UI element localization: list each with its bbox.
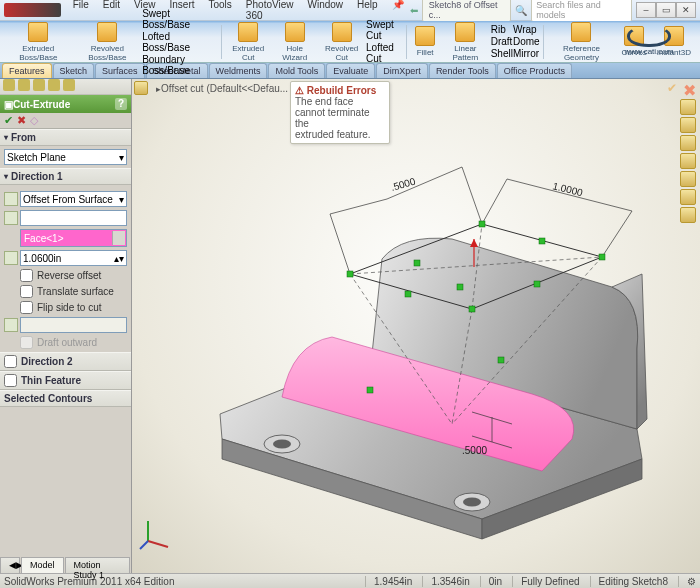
svg-rect-12 [405,291,411,297]
tab-sketch[interactable]: Sketch [53,63,95,78]
svg-rect-14 [498,357,504,363]
bottom-tab-model[interactable]: Model [21,557,64,573]
status-coord1: 1.9454in [365,576,412,587]
breadcrumb[interactable]: Sketch8 of Offset c... [422,0,512,22]
view-triad[interactable] [138,515,174,551]
ribbon: Extruded Boss/Base Revolved Boss/Base Sw… [0,21,700,63]
ribbon-mirror[interactable]: Mirror [513,48,540,59]
confirm-cancel-icon[interactable]: ✖ [683,81,696,100]
end-condition-select[interactable]: Offset From Surface▾ [20,191,127,207]
svg-point-1 [273,440,291,449]
ribbon-swept-cut[interactable]: Swept Cut [366,19,403,41]
pm-direction1-header[interactable]: ▾Direction 1 [0,168,131,185]
reverse-offset-check[interactable]: Reverse offset [20,269,127,282]
chevron-down-icon: ▾ [119,194,124,205]
draft-angle-input [20,317,127,333]
status-coord2: 1.3546in [422,576,469,587]
ribbon-shell[interactable]: Shell [491,48,513,59]
offset-face-field[interactable]: Face<1> [20,229,127,247]
status-defined: Fully Defined [512,576,579,587]
ribbon-hole-wizard[interactable]: Hole Wizard [272,22,317,62]
command-tabs: Features Sketch Surfaces Sheet Metal Wel… [0,63,700,79]
flyout-tree-node[interactable]: ▸ Offset cut (Default<<Defau... [156,83,288,94]
draft-outward-check: Draft outward [20,336,127,349]
bottom-tab-motion[interactable]: Motion Study 1 [65,557,130,573]
tab-render-tools[interactable]: Render Tools [429,63,496,78]
svg-rect-10 [539,238,545,244]
svg-rect-4 [347,271,353,277]
detail-preview-icon[interactable]: ◇ [30,114,38,127]
menubar: File Edit View Insert Tools PhotoView 36… [67,0,410,23]
ribbon-lofted-cut[interactable]: Lofted Cut [366,42,403,64]
ribbon-linear-pattern[interactable]: Linear Pattern [440,22,491,62]
dim-2: 1.0000 [552,180,585,198]
flyout-tree-toolbar[interactable] [134,81,148,95]
tab-mold-tools[interactable]: Mold Tools [268,63,325,78]
heads-up-toolbar[interactable] [680,99,696,223]
svg-rect-5 [479,221,485,227]
direction-vector-icon[interactable] [4,211,18,225]
help-icon[interactable]: ? [115,98,127,110]
tab-office-products[interactable]: Office Products [497,63,572,78]
ribbon-extruded-boss[interactable]: Extruded Boss/Base [4,22,73,62]
offset-distance-icon [4,251,18,265]
dim-3: .5000 [462,445,487,456]
direction-ref-field[interactable] [20,210,127,226]
status-coord3: 0in [480,576,502,587]
tab-surfaces[interactable]: Surfaces [95,63,145,78]
ribbon-swept-boss[interactable]: Swept Boss/Base [142,8,217,30]
ribbon-revolved-boss[interactable]: Revolved Boss/Base [73,22,143,62]
search-icon: 🔍 [515,5,527,16]
close-button[interactable]: ✕ [676,2,696,18]
from-select[interactable]: Sketch Plane▾ [4,149,127,165]
ribbon-extruded-cut[interactable]: Extruded Cut [224,22,272,62]
ribbon-lofted-boss[interactable]: Lofted Boss/Base [142,31,217,53]
translate-surface-check[interactable]: Translate surface [20,285,127,298]
pm-selected-contours-header[interactable]: Selected Contours [0,390,131,407]
spinner-icon[interactable]: ▴▾ [114,253,124,264]
nav-back-icon[interactable]: ⬅ [410,5,418,16]
pm-title: ▣ Cut-Extrude ? [0,95,131,113]
draft-icon[interactable] [4,318,18,332]
cati-watermark: www.cati.com [604,25,694,57]
ok-button[interactable]: ✔ [4,114,13,127]
dim-1: .5000 [390,175,418,193]
svg-point-3 [463,498,481,507]
titlebar: File Edit View Insert Tools PhotoView 36… [0,0,700,21]
tab-features[interactable]: Features [2,63,52,78]
pm-thin-feature-header[interactable]: Thin Feature [0,371,131,390]
tab-dimxpert[interactable]: DimXpert [376,63,428,78]
menu-edit[interactable]: Edit [97,0,126,23]
cut-extrude-icon: ▣ [4,99,13,110]
menu-file[interactable]: File [67,0,95,23]
ribbon-boundary-boss[interactable]: Boundary Boss/Base [142,54,217,76]
graphics-viewport[interactable]: ▸ Offset cut (Default<<Defau... ⚠ Rebuil… [132,79,700,573]
tab-evaluate[interactable]: Evaluate [326,63,375,78]
search-input[interactable]: Search files and models [531,0,632,22]
pm-from-header[interactable]: ▾From [0,129,131,146]
cancel-button[interactable]: ✖ [17,114,26,127]
pm-direction2-header[interactable]: Direction 2 [0,352,131,371]
svg-rect-8 [457,284,463,290]
ribbon-fillet[interactable]: Fillet [410,26,440,57]
pm-tree-tabs[interactable] [0,79,131,95]
status-icons[interactable]: ⚙ [678,576,696,587]
flip-side-check[interactable]: Flip side to cut [20,301,127,314]
ribbon-dome[interactable]: Dome [513,36,540,47]
confirm-ok-icon[interactable]: ✔ [667,81,677,100]
reverse-direction-icon[interactable] [4,192,18,206]
chevron-down-icon: ▾ [119,152,124,163]
svg-line-16 [148,541,168,547]
menu-window[interactable]: Window [302,0,350,23]
minimize-button[interactable]: – [636,2,656,18]
ribbon-revolved-cut[interactable]: Revolved Cut [317,22,366,62]
model-view[interactable]: .5000 1.0000 .5000 [172,119,662,549]
ribbon-draft[interactable]: Draft [491,36,513,47]
maximize-button[interactable]: ▭ [656,2,676,18]
ribbon-rib[interactable]: Rib [491,24,513,35]
offset-distance-input[interactable]: 1.0600in▴▾ [20,250,127,266]
ribbon-wrap[interactable]: Wrap [513,24,540,35]
status-editing: Editing Sketch8 [590,576,669,587]
bottom-tab-prev[interactable]: ◀▶ [0,557,20,573]
menu-photoview[interactable]: PhotoView 360 [240,0,300,23]
